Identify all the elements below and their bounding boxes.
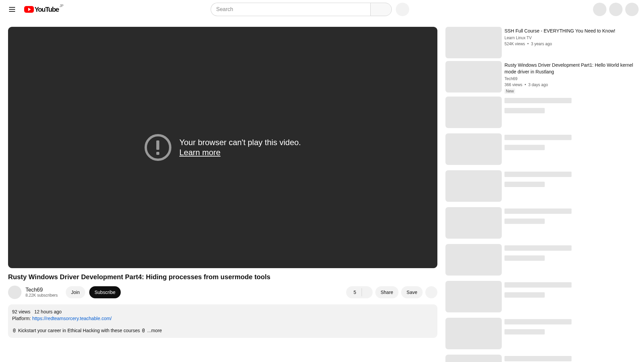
recommendation-info: Rusty Windows Driver Development Part1: … <box>504 61 636 94</box>
secondary-column: SSH Full Course - EVERYTHING You Need to… <box>445 27 636 362</box>
header: YouTube JP <box>0 0 644 19</box>
header-center <box>211 3 455 16</box>
recommendation-title: Rusty Windows Driver Development Part1: … <box>504 62 636 75</box>
show-more-button[interactable]: ...more <box>147 328 162 333</box>
description-meta: 92 views 12 hours ago <box>12 308 433 315</box>
menu-button[interactable] <box>5 3 19 16</box>
header-left: YouTube JP <box>5 3 59 16</box>
channel-avatar[interactable] <box>8 286 21 299</box>
platform-label: Platform: <box>12 316 32 321</box>
search-button[interactable] <box>370 3 392 16</box>
subscriber-count: 8.22K subscribers <box>25 293 58 298</box>
skeleton-line <box>504 182 545 187</box>
skeleton-line <box>504 172 572 177</box>
skeleton-lines <box>504 133 636 165</box>
recommendations-list: SSH Full Course - EVERYTHING You Need to… <box>445 27 636 94</box>
hamburger-icon <box>9 9 15 10</box>
video-player[interactable]: Your browser can't play this video. Lear… <box>8 27 437 268</box>
search-input[interactable] <box>211 3 370 16</box>
skeleton-line <box>504 98 572 103</box>
skeleton-line <box>504 292 545 298</box>
save-button[interactable]: Save <box>401 286 423 298</box>
skeleton-thumbnail <box>445 170 502 202</box>
account-button[interactable] <box>625 3 639 16</box>
skeleton-lines <box>504 281 636 312</box>
recommendation-info: SSH Full Course - EVERYTHING You Need to… <box>504 27 636 58</box>
youtube-logo[interactable]: YouTube JP <box>24 6 59 13</box>
skeleton-item <box>445 207 636 239</box>
skeleton-line <box>504 108 545 113</box>
share-button[interactable]: Share <box>375 286 398 298</box>
skeleton-lines <box>504 355 636 362</box>
skeleton-thumbnail <box>445 133 502 165</box>
skeleton-thumbnail <box>445 97 502 128</box>
skeleton-line <box>504 208 572 214</box>
skeleton-item <box>445 355 636 362</box>
channel-row: Tech69 8.22K subscribers Join Subscribe … <box>8 286 437 299</box>
error-icon <box>145 134 171 161</box>
like-dislike-group: 5 <box>346 286 373 298</box>
video-title: Rusty Windows Driver Development Part4: … <box>8 272 437 282</box>
description-box[interactable]: 92 views 12 hours ago Platform: https://… <box>8 304 437 338</box>
dislike-button[interactable] <box>362 286 373 298</box>
recommendation-item[interactable]: SSH Full Course - EVERYTHING You Need to… <box>445 27 636 58</box>
like-count: 5 <box>354 290 356 295</box>
skeleton-line <box>504 255 545 261</box>
skeleton-thumbnail <box>445 281 502 312</box>
main-content: Your browser can't play this video. Lear… <box>0 19 644 362</box>
skeleton-thumbnail <box>445 318 502 349</box>
recommendation-title: SSH Full Course - EVERYTHING You Need to… <box>504 27 636 34</box>
voice-search-button[interactable] <box>396 3 409 16</box>
primary-column: Your browser can't play this video. Lear… <box>8 27 437 362</box>
skeleton-thumbnail <box>445 207 502 239</box>
view-count: 92 views <box>12 309 30 314</box>
learn-more-link[interactable]: Learn more <box>179 148 301 157</box>
skeleton-line <box>504 219 545 224</box>
skeleton-thumbnail <box>445 244 502 276</box>
channel-info: Tech69 8.22K subscribers Join Subscribe <box>8 286 121 299</box>
skeleton-line <box>504 135 572 140</box>
recommendation-channel: Tech69 <box>504 76 636 81</box>
platform-link[interactable]: https://redteamsorcery.teachable.com/ <box>32 316 112 321</box>
recommendation-item[interactable]: Rusty Windows Driver Development Part1: … <box>445 61 636 94</box>
error-message: Your browser can't play this video. <box>179 138 301 147</box>
description-platform-line: Platform: https://redteamsorcery.teachab… <box>12 315 433 322</box>
channel-name[interactable]: Tech69 <box>25 287 58 293</box>
upload-age: 12 hours ago <box>34 309 62 314</box>
more-actions-button[interactable] <box>425 286 437 298</box>
skeleton-item <box>445 133 636 165</box>
skeleton-line <box>504 356 572 361</box>
notifications-button[interactable] <box>609 3 623 16</box>
player-error-text: Your browser can't play this video. Lear… <box>179 138 301 157</box>
skeleton-thumbnail <box>445 355 502 362</box>
skeleton-lines <box>504 318 636 349</box>
skeleton-item <box>445 244 636 276</box>
skeleton-line <box>504 145 545 150</box>
skeleton-lines <box>504 170 636 202</box>
subscribe-button[interactable]: Subscribe <box>89 286 121 298</box>
recommendation-meta: 366 views • 3 days ago <box>504 82 636 87</box>
description-text: 🛢 Kickstart your career in Ethical Hacki… <box>12 328 147 333</box>
like-button[interactable]: 5 <box>346 286 362 298</box>
skeleton-lines <box>504 207 636 239</box>
header-right <box>593 3 639 16</box>
search-box <box>211 3 392 16</box>
skeleton-line <box>504 282 572 288</box>
recommendation-channel: Learn Linux TV <box>504 36 636 40</box>
recommendation-thumbnail[interactable] <box>445 61 502 93</box>
skeleton-item <box>445 170 636 202</box>
skeleton-lines <box>504 244 636 276</box>
skeleton-lines <box>504 97 636 128</box>
country-code: JP <box>59 4 63 8</box>
skeleton-item <box>445 281 636 312</box>
join-button[interactable]: Join <box>66 286 85 298</box>
loading-skeletons <box>445 97 636 362</box>
recommendation-badge: New <box>504 88 515 94</box>
youtube-play-icon <box>24 6 34 13</box>
skeleton-line <box>504 329 545 335</box>
video-actions: 5 Share Save <box>346 286 437 298</box>
create-button[interactable] <box>593 3 606 16</box>
skeleton-line <box>504 319 572 324</box>
logo-text: YouTube <box>35 6 59 13</box>
recommendation-thumbnail[interactable] <box>445 27 502 58</box>
